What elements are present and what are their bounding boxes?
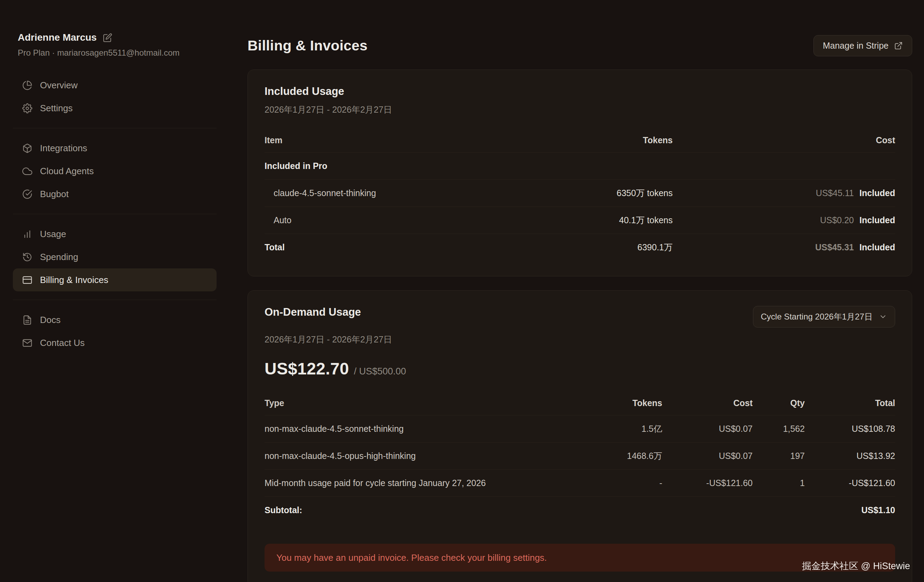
main-content: Billing & Invoices Manage in Stripe Incl… xyxy=(229,0,924,582)
table-row: non-max-claude-4.5-opus-high-thinking 14… xyxy=(264,442,895,469)
included-usage-table: Item Tokens Cost Included in Pro claude-… xyxy=(264,128,895,261)
group-label: Included in Pro xyxy=(264,161,895,171)
edit-profile-icon[interactable] xyxy=(103,33,112,43)
sidebar-item-bugbot[interactable]: Bugbot xyxy=(13,183,216,206)
sidebar-item-label: Usage xyxy=(40,229,66,239)
manage-in-stripe-button[interactable]: Manage in Stripe xyxy=(813,35,912,56)
total-cell: -US$121.60 xyxy=(805,478,895,488)
sidebar-item-settings[interactable]: Settings xyxy=(13,97,216,120)
unpaid-invoice-warning: You may have an unpaid invoice. Please c… xyxy=(264,544,895,572)
sidebar-item-docs[interactable]: Docs xyxy=(13,308,216,331)
total-cell: US$108.78 xyxy=(805,424,895,434)
on-demand-amount: US$122.70 xyxy=(264,359,349,378)
on-demand-table: Type Tokens Cost Qty Total non-max-claud… xyxy=(264,391,895,524)
table-total-row: Total 6390.1万 US$45.31 Included xyxy=(264,234,895,261)
included-usage-title: Included Usage xyxy=(264,85,895,98)
table-row: claude-4.5-sonnet-thinking 6350万 tokens … xyxy=(264,180,895,206)
subtotal-row: Subtotal: US$1.10 xyxy=(264,496,895,524)
total-cost-cell: US$45.31 Included xyxy=(673,242,895,252)
type-cell: non-max-claude-4.5-sonnet-thinking xyxy=(264,424,558,434)
cycle-selector-label: Cycle Starting 2026年1月27日 xyxy=(761,311,873,322)
document-icon xyxy=(22,315,32,325)
sidebar: Adrienne Marcus Pro Plan · mariarosagen5… xyxy=(0,0,229,582)
included-usage-date-range: 2026年1月27日 - 2026年2月27日 xyxy=(264,104,895,115)
sidebar-item-label: Overview xyxy=(40,80,78,91)
column-header-type: Type xyxy=(264,398,558,408)
column-header-tokens: Tokens xyxy=(499,135,673,145)
sidebar-item-label: Spending xyxy=(40,252,78,262)
table-header-row: Item Tokens Cost xyxy=(264,128,895,152)
on-demand-limit: / US$500.00 xyxy=(354,366,406,377)
cost-amount: US$45.11 xyxy=(816,188,854,198)
cost-status: Included xyxy=(859,215,895,225)
credit-card-icon xyxy=(22,275,32,285)
tokens-cell: 1.5亿 xyxy=(558,423,662,435)
page-header: Billing & Invoices Manage in Stripe xyxy=(248,35,912,56)
sidebar-item-label: Docs xyxy=(40,315,61,325)
sidebar-item-usage[interactable]: Usage xyxy=(13,223,216,246)
chevron-down-icon xyxy=(879,313,887,321)
tokens-cell: 40.1万 tokens xyxy=(499,214,673,226)
cost-cell: US$0.20 Included xyxy=(673,215,895,225)
user-block: Adrienne Marcus Pro Plan · mariarosagen5… xyxy=(13,32,216,58)
column-header-tokens: Tokens xyxy=(558,398,662,408)
sidebar-item-spending[interactable]: Spending xyxy=(13,246,216,269)
qty-cell: 1,562 xyxy=(752,424,805,434)
sidebar-item-label: Contact Us xyxy=(40,338,85,348)
on-demand-amount-row: US$122.70 / US$500.00 xyxy=(264,359,895,378)
cost-amount: US$45.31 xyxy=(815,242,854,252)
sidebar-item-billing-invoices[interactable]: Billing & Invoices xyxy=(13,269,216,291)
watermark: 掘金技术社区 @ HiStewie xyxy=(802,560,910,572)
subtotal-value: US$1.10 xyxy=(861,505,895,515)
cloud-icon xyxy=(22,166,32,176)
total-cell: US$13.92 xyxy=(805,451,895,461)
page-title: Billing & Invoices xyxy=(248,38,368,54)
qty-cell: 197 xyxy=(752,451,805,461)
pie-chart-icon xyxy=(22,80,32,91)
cost-status: Included xyxy=(859,242,895,252)
history-icon xyxy=(22,252,32,262)
sidebar-item-integrations[interactable]: Integrations xyxy=(13,137,216,160)
sidebar-item-label: Cloud Agents xyxy=(40,166,94,176)
type-cell: non-max-claude-4.5-opus-high-thinking xyxy=(264,451,558,461)
user-plan-email: Pro Plan · mariarosagen5511@hotmail.com xyxy=(18,48,216,58)
sidebar-item-overview[interactable]: Overview xyxy=(13,74,216,97)
bar-chart-icon xyxy=(22,229,32,239)
on-demand-usage-card: On-Demand Usage Cycle Starting 2026年1月27… xyxy=(248,290,912,582)
sidebar-item-label: Integrations xyxy=(40,143,87,154)
table-group-row: Included in Pro xyxy=(264,152,895,180)
table-row: non-max-claude-4.5-sonnet-thinking 1.5亿 … xyxy=(264,415,895,442)
tokens-cell: - xyxy=(558,478,662,488)
external-link-icon xyxy=(894,41,903,50)
warning-text: You may have an unpaid invoice. Please c… xyxy=(276,552,547,563)
sidebar-item-label: Bugbot xyxy=(40,189,68,199)
table-row: Mid-month usage paid for cycle starting … xyxy=(264,469,895,496)
subtotal-label: Subtotal: xyxy=(264,505,302,515)
user-name: Adrienne Marcus xyxy=(18,32,97,43)
sidebar-item-contact-us[interactable]: Contact Us xyxy=(13,331,216,354)
cost-cell: US$0.07 xyxy=(662,424,752,434)
cost-cell: US$0.07 xyxy=(662,451,752,461)
table-header-row: Type Tokens Cost Qty Total xyxy=(264,391,895,415)
tokens-cell: 6350万 tokens xyxy=(499,187,673,199)
cost-cell: US$45.11 Included xyxy=(673,188,895,198)
column-header-total: Total xyxy=(805,398,895,408)
cost-cell: -US$121.60 xyxy=(662,478,752,488)
column-header-cost: Cost xyxy=(673,135,895,145)
cycle-selector-dropdown[interactable]: Cycle Starting 2026年1月27日 xyxy=(753,306,896,328)
qty-cell: 1 xyxy=(752,478,805,488)
cost-amount: US$0.20 xyxy=(820,215,854,225)
item-cell: Auto xyxy=(264,215,499,225)
sidebar-item-cloud-agents[interactable]: Cloud Agents xyxy=(13,160,216,183)
on-demand-date-range: 2026年1月27日 - 2026年2月27日 xyxy=(264,334,895,345)
gear-icon xyxy=(22,103,32,113)
mail-icon xyxy=(22,338,32,348)
included-usage-card: Included Usage 2026年1月27日 - 2026年2月27日 I… xyxy=(248,69,912,276)
on-demand-usage-title: On-Demand Usage xyxy=(264,306,361,318)
item-cell: claude-4.5-sonnet-thinking xyxy=(264,188,499,198)
cost-status: Included xyxy=(859,188,895,198)
sidebar-divider xyxy=(13,128,216,128)
table-row: Auto 40.1万 tokens US$0.20 Included xyxy=(264,206,895,234)
tokens-cell: 1468.6万 xyxy=(558,450,662,462)
check-circle-icon xyxy=(22,189,32,199)
